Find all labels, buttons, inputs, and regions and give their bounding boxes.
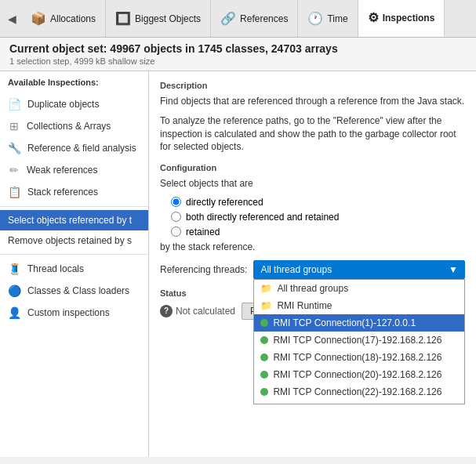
sidebar-item-duplicate-objects[interactable]: 📄 Duplicate objects: [0, 93, 148, 115]
byref-text: by the stack reference.: [160, 241, 465, 252]
referencing-threads-row: Referencing threads: All thread groups ▼…: [160, 260, 465, 279]
green-dot-icon: [260, 353, 268, 361]
sidebar-item-custom-inspections[interactable]: 👤 Custom inspections: [0, 302, 148, 324]
stack-references-icon: 📋: [8, 186, 21, 198]
dropdown-item-rmi-tcp-idle[interactable]: RMI TCP Connection(idle): [254, 401, 464, 404]
config-heading: Configuration: [160, 163, 465, 172]
sidebar-item-reference-field-analysis[interactable]: 🔧 Reference & field analysis: [0, 137, 148, 159]
dropdown-item-rmi-tcp-18[interactable]: RMI TCP Connection(18)-192.168.2.126: [254, 349, 464, 366]
radio-retained-input[interactable]: [171, 227, 181, 237]
dropdown-item-rmi-tcp-17[interactable]: RMI TCP Connection(17)-192.168.2.126: [254, 332, 464, 349]
time-icon: 🕐: [307, 11, 323, 26]
current-object-set-title: Current object set: 49967 objects in 174…: [9, 42, 467, 55]
duplicate-objects-icon: 📄: [8, 98, 21, 111]
green-dot-icon: [260, 336, 268, 344]
tab-biggest-objects[interactable]: 🔲 Biggest Objects: [106, 0, 211, 37]
sidebar-item-classes-class-loaders[interactable]: 🔵 Classes & Class loaders: [0, 280, 148, 302]
main-layout: Available Inspections: 📄 Duplicate objec…: [0, 71, 476, 457]
radio-retained[interactable]: retained: [171, 227, 465, 237]
tab-allocations[interactable]: 📦 Allocations: [21, 0, 106, 37]
sidebar-item-remove-objects-retained[interactable]: Remove objects retained by s: [0, 230, 148, 251]
dropdown-item-rmi-tcp-1[interactable]: RMI TCP Connection(1)-127.0.0.1: [254, 314, 464, 332]
biggest-objects-icon: 🔲: [115, 11, 131, 26]
divider-1: [0, 206, 148, 207]
current-object-set-subtitle: 1 selection step, 4999 kB shallow size: [9, 56, 467, 66]
right-panel: Description Find objects that are refere…: [149, 71, 476, 457]
sidebar-item-stack-references[interactable]: 📋 Stack references: [0, 181, 148, 203]
left-panel: Available Inspections: 📄 Duplicate objec…: [0, 71, 149, 457]
status-bar: Current object set: 49967 objects in 174…: [0, 38, 476, 71]
dropdown-item-rmi-runtime[interactable]: 📁 RMI Runtime: [254, 297, 464, 314]
nav-back-button[interactable]: ◀: [3, 11, 21, 27]
status-badge: ? Not calculated: [160, 305, 235, 317]
description-heading: Description: [160, 81, 465, 90]
dropdown-item-rmi-tcp-22[interactable]: RMI TCP Connection(22)-192.168.2.126: [254, 383, 464, 401]
tab-inspections[interactable]: ⚙ Inspections: [358, 0, 445, 37]
references-icon: 🔗: [220, 11, 236, 26]
radio-directly-referenced[interactable]: directly referenced: [171, 197, 465, 208]
tab-references[interactable]: 🔗 References: [211, 0, 298, 37]
sidebar-item-weak-references[interactable]: ✏ Weak references: [0, 159, 148, 181]
divider-2: [0, 254, 148, 255]
available-inspections-label: Available Inspections:: [0, 71, 148, 93]
question-icon: ?: [160, 305, 173, 317]
allocations-icon: 📦: [31, 11, 46, 26]
config-label: Select objects that are: [160, 177, 465, 190]
thread-locals-icon: 🧵: [8, 263, 21, 275]
radio-both-referenced[interactable]: both directly referenced and retained: [171, 212, 465, 223]
green-dot-icon: [260, 388, 268, 396]
classes-class-loaders-icon: 🔵: [8, 285, 21, 297]
thread-groups-dropdown-trigger[interactable]: All thread groups ▼: [253, 260, 465, 279]
description-text-1: Find objects that are referenced through…: [160, 95, 465, 108]
tab-time[interactable]: 🕐 Time: [298, 0, 358, 37]
thread-groups-dropdown-container: All thread groups ▼ 📁 All thread groups …: [253, 260, 465, 279]
radio-both-input[interactable]: [171, 212, 181, 222]
config-section: Configuration Select objects that are di…: [160, 163, 465, 320]
dropdown-item-all-thread-groups[interactable]: 📁 All thread groups: [254, 280, 464, 297]
green-dot-icon: [260, 319, 268, 327]
thread-groups-dropdown-list: 📁 All thread groups 📁 RMI Runtime RMI TC…: [253, 279, 465, 404]
inspections-icon: ⚙: [368, 10, 379, 25]
sidebar-item-collections-arrays[interactable]: ⊞ Collections & Arrays: [0, 115, 148, 137]
folder-icon: 📁: [260, 283, 272, 294]
sidebar-item-thread-locals[interactable]: 🧵 Thread locals: [0, 258, 148, 280]
collections-arrays-icon: ⊞: [8, 120, 20, 132]
radio-group: directly referenced both directly refere…: [171, 197, 465, 237]
dropdown-item-rmi-tcp-20[interactable]: RMI TCP Connection(20)-192.168.2.126: [254, 366, 464, 383]
folder-icon: 📁: [260, 300, 272, 311]
weak-references-icon: ✏: [8, 164, 20, 176]
chevron-down-icon: ▼: [449, 264, 458, 275]
sidebar-item-select-objects-referenced[interactable]: Select objects referenced by t: [0, 210, 148, 230]
description-text-2: To analyze the reference paths, go to th…: [160, 114, 465, 154]
custom-inspections-icon: 👤: [8, 306, 21, 319]
toolbar: ◀ 📦 Allocations 🔲 Biggest Objects 🔗 Refe…: [0, 0, 476, 38]
green-dot-icon: [260, 371, 268, 379]
reference-field-analysis-icon: 🔧: [8, 142, 21, 154]
radio-directly-input[interactable]: [171, 197, 181, 207]
referencing-threads-label: Referencing threads:: [160, 264, 247, 275]
